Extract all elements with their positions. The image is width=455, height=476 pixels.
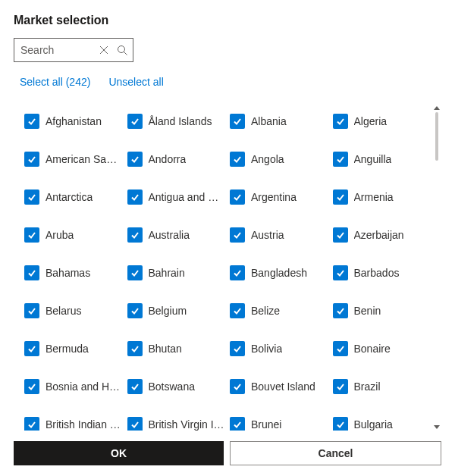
market-checkbox[interactable] (24, 189, 39, 205)
market-checkbox[interactable] (24, 265, 39, 280)
market-label: Brunei (251, 418, 281, 431)
market-checkbox[interactable] (24, 303, 39, 318)
market-label: Australia (149, 229, 190, 241)
market-item: Andorra (127, 152, 226, 167)
market-checkbox[interactable] (230, 189, 245, 205)
market-label: Azerbaijan (354, 229, 404, 241)
market-checkbox[interactable] (127, 417, 143, 431)
market-label: Argentina (251, 191, 297, 203)
market-label: Afghanistan (46, 115, 102, 127)
market-checkbox[interactable] (333, 303, 348, 318)
market-label: Bolivia (251, 343, 282, 355)
market-checkbox[interactable] (333, 379, 348, 394)
market-label: American Samoa (46, 153, 123, 165)
market-checkbox[interactable] (333, 417, 348, 431)
market-label: Andorra (149, 153, 187, 165)
market-checkbox[interactable] (333, 189, 348, 205)
market-checkbox[interactable] (24, 379, 39, 394)
market-checkbox[interactable] (127, 303, 143, 318)
market-checkbox[interactable] (230, 152, 245, 167)
market-item: Belize (230, 303, 328, 318)
market-checkbox[interactable] (333, 152, 348, 167)
market-item: Aruba (24, 227, 123, 243)
svg-point-2 (118, 45, 124, 52)
market-item: Bouvet Island (230, 379, 328, 394)
market-item: Botswana (127, 379, 226, 394)
market-label: Brazil (354, 380, 381, 393)
market-item: Antigua and Barbuda (127, 189, 226, 205)
market-item: Albania (230, 114, 328, 129)
market-checkbox[interactable] (127, 152, 143, 167)
market-item: Bahamas (24, 265, 123, 280)
market-label: Antigua and Barbuda (149, 191, 226, 203)
scroll-down-arrow-icon[interactable] (434, 425, 440, 429)
scroll-rail[interactable] (435, 112, 438, 423)
market-label: Bahrain (149, 267, 185, 279)
market-checkbox[interactable] (127, 341, 143, 356)
market-item: Azerbaijan (333, 227, 431, 243)
market-item: Australia (127, 227, 226, 243)
market-checkbox[interactable] (24, 227, 39, 243)
market-label: Antarctica (46, 191, 93, 203)
market-checkbox[interactable] (230, 303, 245, 318)
market-item: Bermuda (24, 341, 123, 356)
market-checkbox[interactable] (333, 265, 348, 280)
market-label: Belarus (46, 305, 81, 317)
market-checkbox[interactable] (230, 227, 245, 243)
market-item: Bulgaria (333, 417, 431, 431)
dialog-footer: OK Cancel (14, 431, 441, 476)
market-checkbox[interactable] (24, 417, 39, 431)
market-item: Belarus (24, 303, 123, 318)
market-checkbox[interactable] (230, 341, 245, 356)
unselect-all-link[interactable]: Unselect all (108, 76, 163, 88)
market-label: Botswana (149, 380, 195, 393)
market-label: British Virgin Islands (149, 418, 226, 431)
market-checkbox[interactable] (127, 189, 143, 205)
cancel-button[interactable]: Cancel (230, 441, 441, 465)
scroll-thumb[interactable] (435, 112, 438, 161)
svg-line-3 (124, 52, 127, 55)
market-checkbox[interactable] (127, 379, 143, 394)
scroll-up-arrow-icon[interactable] (434, 106, 440, 110)
market-label: Bonaire (354, 343, 391, 355)
market-item: Belgium (127, 303, 226, 318)
market-checkbox[interactable] (333, 114, 348, 129)
search-input[interactable] (20, 44, 98, 56)
search-icon[interactable] (116, 44, 128, 56)
scrollbar[interactable] (432, 105, 441, 431)
clear-icon[interactable] (98, 44, 110, 56)
market-item: Argentina (230, 189, 328, 205)
market-item: Brunei (230, 417, 328, 431)
market-item: Benin (333, 303, 431, 318)
market-checkbox[interactable] (127, 265, 143, 280)
market-checkbox[interactable] (24, 152, 39, 167)
market-checkbox[interactable] (333, 227, 348, 243)
market-checkbox[interactable] (24, 114, 39, 129)
market-item: British Virgin Islands (127, 417, 226, 431)
market-label: Angola (251, 153, 284, 165)
market-label: Albania (251, 115, 287, 127)
select-all-link[interactable]: Select all (242) (20, 76, 90, 88)
ok-button[interactable]: OK (14, 441, 224, 465)
market-checkbox[interactable] (230, 379, 245, 394)
market-checkbox[interactable] (127, 114, 143, 129)
market-checkbox[interactable] (230, 114, 245, 129)
market-label: Bahamas (46, 267, 90, 279)
market-label: Åland Islands (149, 115, 212, 127)
market-checkbox[interactable] (127, 227, 143, 243)
market-grid: AfghanistanÅland IslandsAlbaniaAlgeriaAm… (14, 105, 431, 431)
market-checkbox[interactable] (333, 341, 348, 356)
market-checkbox[interactable] (24, 341, 39, 356)
market-item: Antarctica (24, 189, 123, 205)
market-item: Åland Islands (127, 114, 226, 129)
market-label: Bhutan (149, 343, 182, 355)
market-label: Belgium (149, 305, 187, 317)
market-selection-dialog: Market selection Select all (242) Unsele… (0, 0, 455, 476)
market-label: Armenia (354, 191, 394, 203)
market-checkbox[interactable] (230, 265, 245, 280)
market-label: Algeria (354, 115, 388, 127)
market-checkbox[interactable] (230, 417, 245, 431)
search-actions (98, 44, 128, 56)
market-item: Bonaire (333, 341, 431, 356)
search-box[interactable] (14, 38, 133, 62)
